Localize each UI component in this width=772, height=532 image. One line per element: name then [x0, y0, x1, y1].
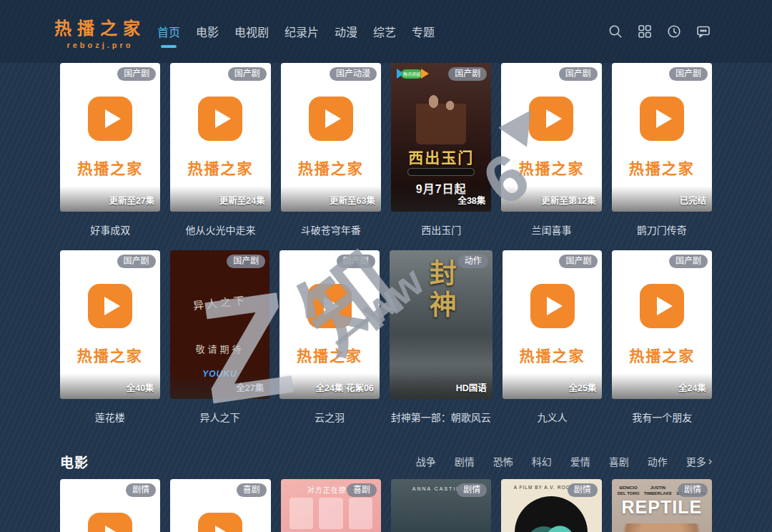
placeholder-brand-text: 热播之家 [77, 157, 143, 178]
poster[interactable]: 腾讯视频西出玉门9月7日起国产剧全38集 [391, 63, 491, 212]
play-triangle [547, 297, 563, 315]
video-card[interactable]: 热播之家国产剧更新至第12集兰闺喜事 [501, 63, 601, 250]
poster[interactable]: 封神动作HD国语 [390, 250, 493, 399]
genre-filter-3[interactable]: 科幻 [532, 454, 552, 468]
poster[interactable]: 热播之家剧情 [60, 479, 160, 532]
video-card[interactable]: 热播之家国产剧已完结鹊刀门传奇 [612, 63, 712, 250]
poster[interactable]: 对方正在撩人喜剧 [281, 479, 381, 532]
video-card[interactable]: 热播之家国产动漫更新至63集斗破苍穹年番 [281, 63, 381, 250]
episode-label: 全27集 [236, 380, 264, 394]
movies-section-title: 电影 [60, 452, 89, 471]
category-badge: 剧情 [678, 483, 708, 497]
play-triangle [546, 109, 562, 128]
poster[interactable]: 热播之家国产剧更新至第12集 [501, 63, 601, 212]
video-card[interactable]: 热播之家国产剧全24集 花絮06云之羽 [279, 250, 380, 438]
message-icon[interactable] [696, 24, 711, 39]
genre-filter-1[interactable]: 剧情 [455, 454, 475, 468]
video-title: 西出玉门 [391, 212, 491, 250]
poster[interactable]: 热播之家国产动漫更新至63集 [281, 63, 381, 212]
video-card[interactable]: 热播之家剧情 [60, 479, 160, 532]
site-logo-subtitle: rebozj.pro [54, 41, 146, 49]
poster-face-art [623, 523, 700, 532]
video-card[interactable]: A FILM BY A.V. ROCKWELLTeyana TaylorA TH… [501, 479, 601, 532]
tv-cards-row-2: 热播之家国产剧全40集莲花楼异人之下敬请期待YOUKU国产剧全27集异人之下热播… [0, 250, 772, 438]
site-logo[interactable]: 热播之家 rebozj.pro [54, 14, 146, 49]
episode-label: 更新至63集 [330, 193, 375, 207]
placeholder-brand-text: 热播之家 [77, 344, 143, 365]
poster[interactable]: 热播之家国产剧全24集 [612, 250, 712, 399]
poster[interactable]: 热播之家国产剧全25集 [503, 250, 603, 399]
genre-filter-6[interactable]: 动作 [648, 454, 668, 468]
history-clock-icon[interactable] [666, 24, 682, 39]
category-badge: 国产剧 [227, 255, 265, 268]
video-title: 九义人 [503, 399, 603, 438]
genre-filter-0[interactable]: 战争 [416, 454, 436, 468]
poster[interactable]: 热播之家国产剧更新至24集 [170, 63, 270, 212]
video-title: 他从火光中走来 [170, 212, 270, 250]
video-card[interactable]: 热播之家国产剧全24集我有一个朋友 [612, 250, 712, 438]
poster[interactable]: 热播之家国产剧已完结 [612, 63, 712, 212]
video-title: 兰闺喜事 [501, 212, 601, 250]
category-badge: 剧情 [568, 483, 598, 497]
video-card[interactable]: 腾讯视频西出玉门9月7日起国产剧全38集西出玉门 [391, 63, 491, 250]
poster[interactable]: 热播之家国产剧全24集 花絮06 [279, 250, 380, 399]
play-triangle [657, 297, 673, 315]
site-logo-title: 热播之家 [54, 14, 146, 39]
play-triangle [215, 109, 231, 128]
genre-filter-4[interactable]: 爱情 [570, 454, 590, 468]
video-card[interactable]: 对方正在撩人喜剧 [281, 479, 381, 532]
video-card[interactable]: 热播之家喜剧 [170, 479, 270, 532]
nav-item-3[interactable]: 纪录片 [284, 23, 319, 48]
genre-filter-2[interactable]: 恐怖 [493, 454, 513, 468]
video-card[interactable]: 热播之家国产剧更新至24集他从火光中走来 [170, 63, 270, 250]
poster[interactable]: 热播之家国产剧更新至27集 [60, 63, 160, 212]
episode-label: HD国语 [456, 380, 487, 394]
video-card[interactable]: ANNA CASTILLO剧情 [391, 479, 491, 532]
video-card[interactable]: 异人之下敬请期待YOUKU国产剧全27集异人之下 [170, 250, 270, 438]
category-badge: 国产动漫 [330, 67, 377, 81]
play-icon [529, 97, 573, 141]
play-icon [640, 97, 684, 141]
episode-strip: 更新至第12集 [501, 186, 601, 212]
episode-strip: 全27集 [170, 373, 270, 399]
apps-grid-icon[interactable] [637, 24, 653, 39]
poster-title-text: REPTILE [612, 497, 712, 518]
poster[interactable]: ANNA CASTILLO剧情 [391, 479, 491, 532]
poster[interactable]: 热播之家喜剧 [170, 479, 270, 532]
video-card[interactable]: 封神动作HD国语封神第一部：朝歌风云 [390, 250, 493, 438]
nav-item-0[interactable]: 首页 [157, 23, 180, 48]
video-card[interactable]: 热播之家国产剧全25集九义人 [503, 250, 603, 438]
poster[interactable]: 异人之下敬请期待YOUKU国产剧全27集 [170, 250, 270, 399]
nav-item-6[interactable]: 专题 [412, 23, 435, 48]
cast-name: BENICIO DEL TORO [618, 485, 640, 497]
poster[interactable]: 热播之家国产剧全40集 [60, 250, 160, 399]
poster[interactable]: BENICIO DEL TOROJUSTIN TIMBERLAKEALICIA … [612, 479, 712, 532]
placeholder-brand-text: 热播之家 [520, 344, 585, 365]
category-badge: 国产剧 [228, 67, 267, 81]
video-title: 异人之下 [170, 399, 270, 438]
episode-strip: 更新至63集 [281, 186, 381, 212]
genre-filter-more[interactable]: 更多› [686, 454, 712, 468]
video-card[interactable]: 热播之家国产剧全40集莲花楼 [60, 250, 160, 438]
video-card[interactable]: BENICIO DEL TOROJUSTIN TIMBERLAKEALICIA … [612, 479, 712, 532]
header-icons [608, 24, 711, 39]
nav-item-4[interactable]: 动漫 [335, 23, 357, 48]
nav-item-5[interactable]: 综艺 [373, 23, 396, 48]
category-badge: 剧情 [126, 483, 156, 497]
video-title: 云之羽 [279, 399, 380, 438]
poster[interactable]: A FILM BY A.V. ROCKWELLTeyana TaylorA TH… [501, 479, 601, 532]
nav-item-1[interactable]: 电影 [196, 23, 219, 48]
poster-arch-art [515, 496, 588, 532]
search-icon[interactable] [608, 24, 623, 39]
placeholder-brand-text: 热播之家 [518, 157, 584, 178]
category-badge: 国产剧 [559, 255, 598, 268]
poster-photo-grid [290, 498, 372, 532]
poster-figures [416, 87, 466, 144]
poster-title-text: 异人之下 [170, 290, 270, 315]
play-icon [640, 284, 684, 328]
poster-banner [407, 168, 475, 176]
genre-filter-5[interactable]: 喜剧 [609, 454, 629, 468]
nav-item-2[interactable]: 电视剧 [234, 23, 269, 48]
video-card[interactable]: 热播之家国产剧更新至27集好事成双 [60, 63, 160, 250]
top-navbar: 热播之家 rebozj.pro 首页电影电视剧纪录片动漫综艺专题 [0, 0, 772, 63]
